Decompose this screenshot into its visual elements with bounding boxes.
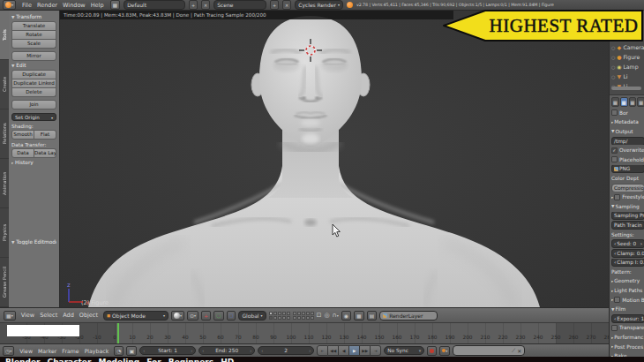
add-layout-button[interactable]: + [189,0,198,10]
prop-clamp-i-0-0[interactable]: ‹Clamp I: 0.0› [611,259,644,268]
duplicate-linked-button[interactable]: Duplicate Linked [11,79,56,88]
layer-cell[interactable] [287,316,290,320]
decrement-icon[interactable]: ‹ [614,240,616,247]
number-field[interactable]: ‹Exposur: 1.0› [611,314,644,323]
timeline-menu-playback[interactable]: Playback [82,348,112,354]
pivot-center-icon[interactable]: ⊙ ▾ [187,311,198,321]
data-button[interactable]: Data [11,148,34,158]
render-still-icon[interactable]: ◉ [341,311,351,321]
edit-panel-header[interactable]: ▼ Edit [11,63,56,68]
prop-transparen[interactable]: Transparen [611,324,644,333]
remove-layout-button[interactable]: ✕ [201,0,210,10]
frame-end-field[interactable]: ‹End: 250› [198,346,255,355]
manipulator-rotate-icon[interactable]: ◯ [213,311,224,321]
frame-start-field[interactable]: ‹Start: 1› [139,346,196,355]
increment-icon[interactable]: › [640,240,642,247]
layers-widget[interactable] [269,312,314,320]
menu-field[interactable]: Path Tracin [611,221,644,230]
prop-sampling-pr[interactable]: Sampling Pr [611,212,644,221]
decrement-icon[interactable]: ‹ [614,315,616,322]
prop-exposur-1-0[interactable]: ‹Exposur: 1.0› [611,314,644,323]
play-button[interactable]: ▶ [349,345,360,356]
layer-cell[interactable] [311,312,314,315]
prop-freestyle[interactable]: ▸Freestyle [611,192,644,201]
snap-magnet-icon[interactable]: ∩▾ [333,312,339,319]
menu-file[interactable]: File [19,2,34,9]
view3d-menu-view[interactable]: View [19,312,37,319]
prop-path-tracin[interactable]: Path Tracin [611,221,644,230]
blender-logo-button[interactable]: ▾ [3,0,16,10]
prop-settings[interactable]: Settings: [611,230,644,239]
editor-3dview-icon[interactable]: ▦ ▾ [4,311,16,321]
viewport-shading-icon[interactable]: ▾ [171,311,184,321]
prop-film[interactable]: ▼Film [611,305,644,313]
layer-cell[interactable] [273,316,277,320]
prop-geometry[interactable]: ▸Geometry [611,277,644,286]
checkbox-icon[interactable] [611,109,618,116]
checkbox-icon[interactable] [614,297,620,303]
keying-filter-icon[interactable]: ▣ [126,346,137,356]
layer-cell[interactable] [282,316,286,320]
translate-button[interactable]: Translate [11,21,56,31]
slider-field[interactable]: Compressio [611,184,644,192]
prop-overwrite[interactable]: ✓Overwrite [611,146,644,155]
render-tab-icon[interactable]: ▦ [611,97,619,107]
browse-id-icon[interactable]: ▤ [367,311,378,321]
view3d-menu-select[interactable]: Select [37,312,60,319]
keying-set-field[interactable]: ⟋✕ [453,345,525,356]
shade-flat-button[interactable]: Flat [34,130,56,140]
outliner-item-figure[interactable]: ○●Figure [610,52,644,62]
data-layout-button[interactable]: Data Layou [34,148,56,158]
shade-smooth-button[interactable]: Smooth [11,130,34,140]
scene-select[interactable]: Scene [213,0,266,10]
menu-field[interactable]: PNG [611,165,644,174]
preview-range-icon[interactable]: ◔ [114,346,124,356]
outliner-scrollbar[interactable] [611,87,641,90]
mirror-button[interactable]: Mirror [11,51,56,61]
tool-tab-animation[interactable]: Animation [0,159,9,208]
outliner-item-li[interactable]: ○▼Li [610,72,644,81]
layer-cell[interactable] [293,312,296,315]
render-engine-select[interactable]: Cycles Render▾ [295,0,343,10]
prop-tmp[interactable]: /tmp/ [611,137,644,146]
world-tab-icon[interactable]: ▦ [637,97,644,107]
number-field[interactable]: ‹Seed: 0› [611,239,644,248]
menu-help[interactable]: Help [88,2,107,9]
layer-cell[interactable] [302,316,305,320]
checkbox-icon[interactable] [611,325,618,331]
scene-tab-icon[interactable]: ▦ [629,97,637,107]
manipulator-scale-icon[interactable]: □ [227,311,236,321]
screen-layout-select[interactable]: Default [124,0,185,10]
number-field[interactable]: ‹Clamp: 0.00› [611,249,644,258]
prev-keyframe-button[interactable]: ◀◀ [328,345,339,356]
tool-tab-physics[interactable]: Physics [0,208,9,258]
timeline-menu-frame[interactable]: Frame [59,348,81,354]
text-field[interactable]: /tmp/ [611,137,644,146]
duplicate-button[interactable]: Duplicate [11,70,56,79]
layer-cell[interactable] [297,312,301,315]
render-layers-tab-icon[interactable]: ▦ [620,97,628,107]
checkbox-icon[interactable]: ✓ [611,147,618,154]
play-reverse-button[interactable]: ◀ [339,345,349,356]
autokey-mode-select[interactable]: ▾ [439,346,450,356]
layer-cell[interactable] [278,312,281,315]
screen-layout-icon[interactable]: ▦ [110,0,121,10]
checkbox-icon[interactable] [611,156,618,162]
transform-panel-header[interactable]: ▼ Transform [11,14,56,19]
lock-to-scene-icon[interactable]: ⊡ [317,312,322,319]
history-panel-header[interactable]: ▸ History [11,160,56,165]
mode-select[interactable]: ◼Object Mode▾ [103,311,168,321]
layer-cell[interactable] [306,316,310,320]
decrement-icon[interactable]: ‹ [614,259,616,266]
outliner-item-camera[interactable]: ○◆Camera [610,42,644,52]
delete-button[interactable]: Delete [11,88,56,97]
number-field[interactable]: ‹Clamp I: 0.0› [611,259,644,268]
prop-seed-0[interactable]: ‹Seed: 0› [611,239,644,248]
prop-placeholde[interactable]: Placeholde [611,155,644,164]
menu-field[interactable]: Sampling Pr [611,212,644,221]
add-scene-button[interactable]: + [270,0,279,10]
prop-png[interactable]: PNG [611,165,644,174]
prop-output[interactable]: ▼Output [611,127,644,136]
tool-tab-relations[interactable]: Relations [0,109,9,159]
layer-cell[interactable] [311,316,314,320]
